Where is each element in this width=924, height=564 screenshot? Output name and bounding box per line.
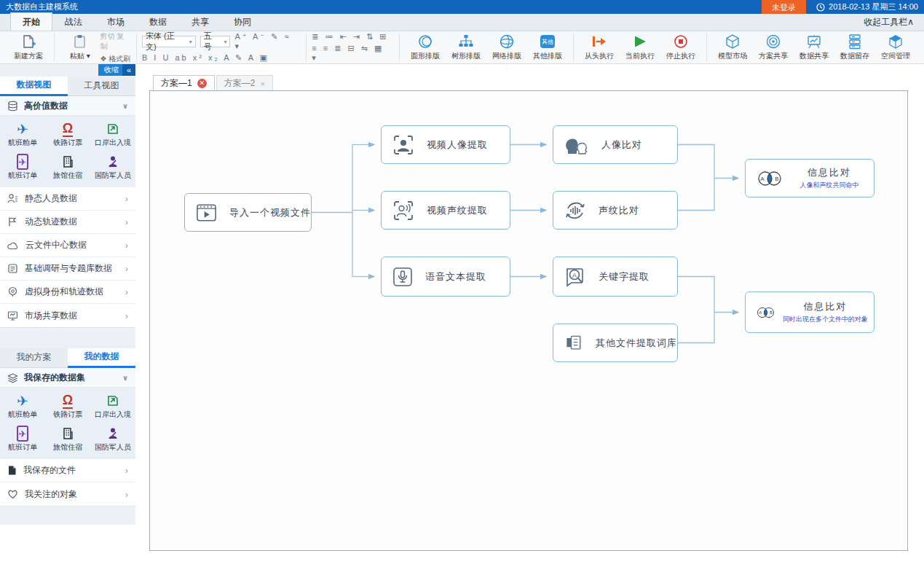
chevron-down-icon: ▾ xyxy=(189,36,192,47)
sidebar-item-static-personnel[interactable]: 静态人员数据› xyxy=(0,187,135,211)
section-my-saved-datasets[interactable]: 我保存的数据集 ∨ xyxy=(0,368,135,388)
keyword-search-icon: A xyxy=(564,266,587,288)
node-import-video[interactable]: 导入一个视频文件 xyxy=(184,193,312,232)
plan-share-button[interactable]: 方案共享 xyxy=(753,33,794,63)
tab-my-data[interactable]: 我的数据 xyxy=(68,348,135,368)
node-speech-text-extract[interactable]: 语音文本提取 xyxy=(381,256,510,297)
node-video-face-extract[interactable]: 视频人像提取 xyxy=(381,125,510,164)
sidebar-item-my-saved-files[interactable]: 我保存的文件› xyxy=(0,459,135,482)
railway-icon: Ω xyxy=(63,393,73,409)
dataset-flight-manifest[interactable]: ✈ 航班舱单 xyxy=(0,390,45,423)
node-keyword-extract[interactable]: A 关键字提取 xyxy=(553,256,678,297)
new-plan-button[interactable]: 新建方案 xyxy=(8,33,49,63)
ribbon-group-run: 从头执行 当前执行 停止执行 xyxy=(574,33,707,62)
cut-copy-buttons[interactable]: 剪切 复制 xyxy=(100,31,131,52)
menu-tab-tactics[interactable]: 战法 xyxy=(52,13,95,31)
database-icon xyxy=(7,101,18,111)
sidebar-item-market-shared[interactable]: 市场共享数据› xyxy=(0,304,135,327)
list-indent-buttons[interactable]: ≣ ≔ ⇤ ⇥ ⇅ ⊞ xyxy=(312,32,388,42)
model-canvas[interactable]: 导入一个视频文件 视频人像提取 视频声纹提取 语音文本提取 xyxy=(149,90,908,551)
node-other-file-lexicon[interactable]: 其他文件提取词库 xyxy=(553,324,678,362)
soldier-icon xyxy=(106,154,119,170)
node-voice-compare[interactable]: 声纹比对 xyxy=(553,191,678,230)
datetime-text: 2018-02-13 星期三 14:00 xyxy=(829,1,918,12)
dataset-military-personnel[interactable]: 国防军人员 xyxy=(90,151,135,184)
dataset-hotel-stay[interactable]: 旅馆住宿 xyxy=(45,151,90,184)
run-current-button[interactable]: 当前执行 xyxy=(620,33,660,63)
menu-tab-market[interactable]: 市场 xyxy=(95,13,137,31)
dataset-rail-ticket[interactable]: Ω 铁路订票 xyxy=(45,390,90,423)
ribbon-group-layout: 圆形排版 树形排版 网络排版 其他 其他排版 xyxy=(400,33,574,62)
tab-my-plans[interactable]: 我的方案 xyxy=(0,348,68,368)
font-size-select[interactable]: 五号 ▾ xyxy=(200,36,231,47)
circle-layout-button[interactable]: 圆形排版 xyxy=(405,33,446,63)
tab-data-view[interactable]: 数据视图 xyxy=(0,77,68,96)
font-name-select[interactable]: 宋体 (正文) ▾ xyxy=(142,36,196,47)
model-market-button[interactable]: 模型市场 xyxy=(712,33,753,63)
collapse-toolbar-button[interactable]: 收起工具栏∧ xyxy=(864,16,914,28)
section-high-value-data[interactable]: 高价值数据 ∨ xyxy=(0,96,135,116)
chart-board-icon xyxy=(806,34,822,50)
ribbon-group-new: 新建方案 xyxy=(3,33,55,62)
dataset-border-entry[interactable]: 口岸出入境 xyxy=(90,390,135,423)
soldier-icon xyxy=(106,426,119,442)
ribbon-group-paragraph: ≣ ≔ ⇤ ⇥ ⇅ ⊞ ≡ ≡ ≣ ⊟ ⇋ ▦ ▾ xyxy=(307,33,400,62)
menu-tab-start[interactable]: 开始 xyxy=(10,12,52,31)
dataset-flight-manifest[interactable]: ✈ 航班舱单 xyxy=(0,118,45,151)
sidebar-item-followed-objects[interactable]: 我关注的对象› xyxy=(0,482,135,506)
menu-tab-collab[interactable]: 协同 xyxy=(221,13,264,31)
other-layout-button[interactable]: 其他 其他排版 xyxy=(527,33,568,63)
sidebar-collapse-button[interactable]: 收缩 « xyxy=(98,64,135,76)
tab-plan-1[interactable]: 方案—1 ✕ xyxy=(153,75,215,91)
align-buttons[interactable]: ≡ ≡ ≣ ⊟ ⇋ ▦ ▾ xyxy=(312,44,394,63)
dataset-flight-order[interactable]: ✈ 航班订单 xyxy=(0,151,45,184)
tree-layout-button[interactable]: 树形排版 xyxy=(446,33,486,63)
play-icon xyxy=(633,34,647,50)
airplane-order-icon: ✈ xyxy=(17,154,29,170)
sidebar-item-research-library[interactable]: 基础调研与专题库数据› xyxy=(0,257,135,281)
tab-tool-view[interactable]: 工具视图 xyxy=(68,77,135,96)
svg-text:A: A xyxy=(760,176,765,182)
chevron-down-icon: ▾ xyxy=(224,36,226,47)
stop-run-button[interactable]: 停止执行 xyxy=(660,33,701,63)
svg-text:A: A xyxy=(572,271,577,278)
dataset-flight-order[interactable]: ✈ 航班订单 xyxy=(0,423,45,455)
layers-icon xyxy=(7,372,18,383)
close-tab-icon[interactable]: ✕ xyxy=(197,79,207,88)
dataset-rail-ticket[interactable]: Ω 铁路订票 xyxy=(45,118,90,151)
concentric-circles-icon xyxy=(765,34,781,50)
chevron-right-icon: › xyxy=(125,465,128,476)
ribbon-toolbar: 新建方案 粘贴 ▾ 剪切 复制 ❖ 格式刷 宋体 (正文) ▾ 五号 ▾ xyxy=(0,31,924,64)
space-management-button[interactable]: 空间管理 xyxy=(875,33,916,63)
node-info-compare-2[interactable]: A B 信息比对 同时出现在多个文件中的对象 xyxy=(745,291,874,333)
node-info-compare-1[interactable]: A B 信息比对 人像和声纹共同命中 xyxy=(745,159,874,197)
format-painter-button[interactable]: ❖ 格式刷 xyxy=(100,54,131,64)
dataset-hotel-stay[interactable]: 旅馆住宿 xyxy=(45,423,90,455)
svg-text:A: A xyxy=(759,310,762,315)
sidebar-item-cloud-files[interactable]: 云文件中心数据› xyxy=(0,234,135,257)
paste-button[interactable]: 粘贴 ▾ xyxy=(60,33,100,63)
person-icon xyxy=(7,193,18,204)
run-from-start-button[interactable]: 从头执行 xyxy=(579,33,620,63)
double-chevron-left-icon: « xyxy=(122,64,135,76)
close-tab-icon[interactable]: × xyxy=(260,79,264,88)
data-share-button[interactable]: 数据共享 xyxy=(794,33,834,63)
node-face-compare[interactable]: 人像比对 xyxy=(553,125,678,164)
sidebar-item-virtual-identity[interactable]: 虚拟身份和轨迹数据› xyxy=(0,281,135,304)
tree-layout-icon xyxy=(458,34,474,50)
chevron-down-icon: ∨ xyxy=(122,102,128,110)
chevron-right-icon: › xyxy=(125,193,128,204)
menu-tab-share[interactable]: 共享 xyxy=(179,13,221,31)
sidebar-item-dynamic-track[interactable]: 动态轨迹数据› xyxy=(0,211,135,234)
dataset-border-entry[interactable]: 口岸出入境 xyxy=(90,118,135,151)
tab-plan-2[interactable]: 方案—2 × xyxy=(216,75,273,91)
node-video-voice-extract[interactable]: 视频声纹提取 xyxy=(381,191,510,230)
font-tools-buttons[interactable]: A⁺ A⁻ ✎ ≈ ▾ xyxy=(234,32,301,51)
dataset-military-personnel[interactable]: 国防军人员 xyxy=(90,423,135,455)
chevron-right-icon: › xyxy=(125,489,128,500)
data-retain-button[interactable]: 数据留存 xyxy=(834,33,875,63)
login-status-badge[interactable]: 未登录 xyxy=(762,0,806,14)
text-format-buttons[interactable]: B I U ab x² x₂ A ✎ A ▣ xyxy=(142,53,269,63)
network-layout-button[interactable]: 网络排版 xyxy=(486,33,527,63)
menu-tab-data[interactable]: 数据 xyxy=(137,13,179,31)
